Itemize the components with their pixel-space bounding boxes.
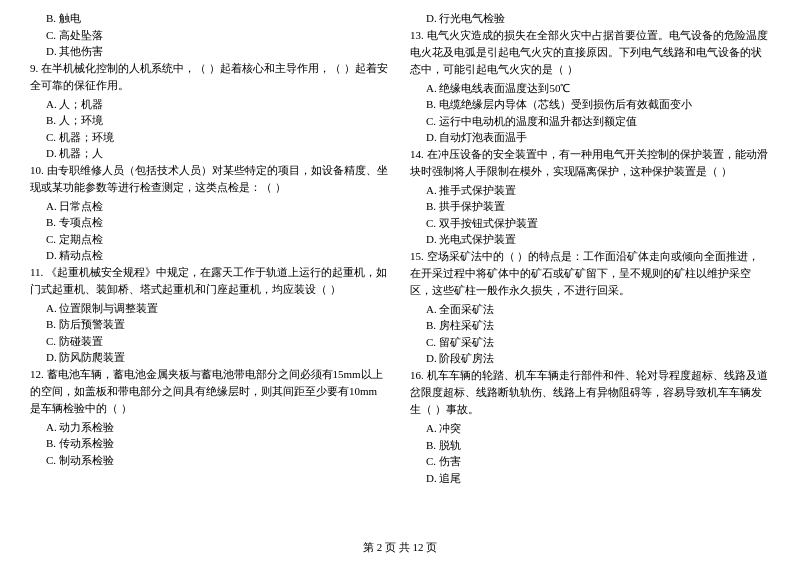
option-text: D. 自动灯泡表面温手: [426, 129, 770, 146]
question-text: 15. 空场采矿法中的（ ）的特点是：工作面沿矿体走向或倾向全面推进，在开采过程…: [410, 248, 770, 299]
question-text: 10. 由专职维修人员（包括技术人员）对某些特定的项目，如设备精度、坐现或某功能…: [30, 162, 390, 196]
option-text: B. 触电: [46, 10, 390, 27]
option-text: D. 行光电气检验: [426, 10, 770, 27]
option-text: D. 精动点检: [46, 247, 390, 264]
option-text: D. 光电式保护装置: [426, 231, 770, 248]
option-text: C. 机器；环境: [46, 129, 390, 146]
option-text: C. 运行中电动机的温度和温升都达到额定值: [426, 113, 770, 130]
option-text: A. 位置限制与调整装置: [46, 300, 390, 317]
right-column: D. 行光电气检验13. 电气火灾造成的损失在全部火灾中占据首要位置。电气设备的…: [410, 10, 770, 486]
footer-text: 第 2 页 共 12 页: [363, 541, 437, 553]
option-text: C. 制动系检验: [46, 452, 390, 469]
option-text: C. 双手按钮式保护装置: [426, 215, 770, 232]
option-text: D. 追尾: [426, 470, 770, 487]
question-text: 11. 《起重机械安全规程》中规定，在露天工作于轨道上运行的起重机，如门式起重机…: [30, 264, 390, 298]
question-text: 13. 电气火灾造成的损失在全部火灾中占据首要位置。电气设备的危险温度电火花及电…: [410, 27, 770, 78]
option-text: A. 全面采矿法: [426, 301, 770, 318]
option-text: B. 拱手保护装置: [426, 198, 770, 215]
main-content: B. 触电C. 高处坠落D. 其他伤害9. 在半机械化控制的人机系统中，（ ）起…: [30, 10, 770, 486]
page-footer: 第 2 页 共 12 页: [0, 540, 800, 555]
left-column: B. 触电C. 高处坠落D. 其他伤害9. 在半机械化控制的人机系统中，（ ）起…: [30, 10, 390, 486]
question-text: 12. 蓄电池车辆，蓄电池金属夹板与蓄电池带电部分之间必须有15mm以上的空间，…: [30, 366, 390, 417]
option-text: A. 人；机器: [46, 96, 390, 113]
option-text: C. 高处坠落: [46, 27, 390, 44]
page-container: B. 触电C. 高处坠落D. 其他伤害9. 在半机械化控制的人机系统中，（ ）起…: [0, 0, 800, 565]
option-text: D. 机器；人: [46, 145, 390, 162]
option-text: D. 其他伤害: [46, 43, 390, 60]
option-text: B. 专项点检: [46, 214, 390, 231]
option-text: A. 日常点检: [46, 198, 390, 215]
option-text: A. 冲突: [426, 420, 770, 437]
option-text: C. 定期点检: [46, 231, 390, 248]
question-text: 14. 在冲压设备的安全装置中，有一种用电气开关控制的保护装置，能动滑块时强制将…: [410, 146, 770, 180]
option-text: D. 阶段矿房法: [426, 350, 770, 367]
option-text: A. 绝缘电线表面温度达到50℃: [426, 80, 770, 97]
option-text: A. 推手式保护装置: [426, 182, 770, 199]
option-text: A. 动力系检验: [46, 419, 390, 436]
question-text: 16. 机车车辆的轮踏、机车车辆走行部件和件、轮对导程度超标、线路及道岔限度超标…: [410, 367, 770, 418]
question-text: 9. 在半机械化控制的人机系统中，（ ）起着核心和主导作用，（ ）起着安全可靠的…: [30, 60, 390, 94]
option-text: B. 脱轨: [426, 437, 770, 454]
option-text: C. 伤害: [426, 453, 770, 470]
option-text: B. 传动系检验: [46, 435, 390, 452]
option-text: B. 电缆绝缘层内导体（芯线）受到损伤后有效截面变小: [426, 96, 770, 113]
option-text: D. 防风防爬装置: [46, 349, 390, 366]
option-text: B. 防后预警装置: [46, 316, 390, 333]
option-text: B. 人；环境: [46, 112, 390, 129]
option-text: C. 防碰装置: [46, 333, 390, 350]
option-text: C. 留矿采矿法: [426, 334, 770, 351]
option-text: B. 房柱采矿法: [426, 317, 770, 334]
